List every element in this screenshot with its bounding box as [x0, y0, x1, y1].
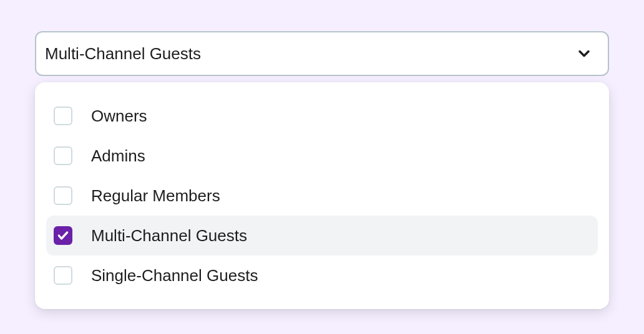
checkbox-admins[interactable] — [54, 146, 72, 165]
option-label: Multi-Channel Guests — [91, 226, 247, 246]
option-multi-channel-guests[interactable]: Multi-Channel Guests — [46, 216, 598, 255]
checkbox-multi-channel-guests[interactable] — [54, 226, 72, 245]
option-single-channel-guests[interactable]: Single-Channel Guests — [46, 255, 598, 295]
selected-value: Multi-Channel Guests — [45, 44, 201, 64]
option-admins[interactable]: Admins — [46, 136, 598, 176]
chevron-down-icon — [575, 45, 593, 62]
checkbox-owners[interactable] — [54, 107, 72, 125]
select-trigger[interactable]: Multi-Channel Guests — [35, 31, 609, 76]
option-regular-members[interactable]: Regular Members — [46, 176, 598, 216]
option-label: Single-Channel Guests — [91, 266, 258, 285]
dropdown-panel: Owners Admins Regular Members Multi-Chan… — [35, 82, 609, 309]
check-icon — [57, 229, 69, 242]
option-label: Admins — [91, 146, 145, 166]
option-label: Owners — [91, 107, 147, 126]
option-owners[interactable]: Owners — [46, 96, 598, 136]
role-multiselect: Multi-Channel Guests Owners Admins Regul… — [35, 31, 609, 76]
checkbox-regular-members[interactable] — [54, 186, 72, 205]
checkbox-single-channel-guests[interactable] — [54, 266, 72, 285]
option-label: Regular Members — [91, 186, 220, 206]
